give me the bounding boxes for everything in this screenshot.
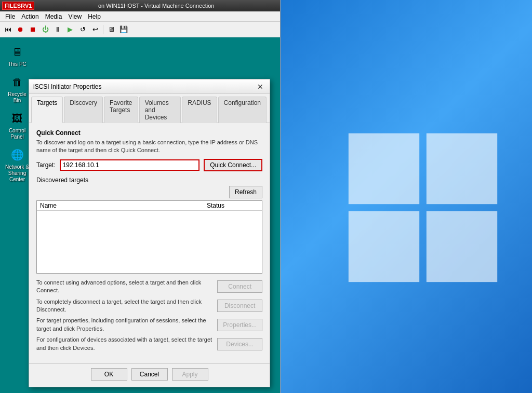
col-header-name: Name (40, 202, 207, 209)
windows-logo (345, 130, 501, 286)
toolbar-btn-pause[interactable]: ⏸ (52, 24, 63, 35)
vm-window: FILESRV1 on WIN11HOST - Virtual Machine … (0, 0, 281, 393)
svg-rect-0 (349, 133, 419, 204)
toolbar-btn-stop[interactable]: ⏹ (27, 24, 38, 35)
menu-view[interactable]: View (65, 12, 85, 21)
desktop-icon-thispc[interactable]: 🖥 This PC (3, 43, 32, 69)
svg-rect-1 (427, 133, 497, 204)
dialog-content: Quick Connect To discover and log on to … (29, 123, 270, 363)
devices-button[interactable]: Devices... (217, 338, 262, 350)
tab-discovery[interactable]: Discovery (64, 97, 103, 123)
menu-media[interactable]: Media (42, 12, 65, 21)
targets-table-header: Name Status (37, 201, 262, 211)
iscsi-dialog: iSCSI Initiator Properties ✕ Targets Dis… (29, 79, 270, 387)
disconnect-button[interactable]: Disconnect (217, 300, 262, 312)
cancel-button[interactable]: Cancel (131, 368, 168, 381)
thispc-label: This PC (8, 61, 26, 67)
thispc-icon: 🖥 (9, 44, 25, 60)
menu-help[interactable]: Help (85, 12, 104, 21)
menu-action[interactable]: Action (18, 12, 42, 21)
toolbar-btn-0[interactable]: ⏮ (2, 24, 14, 35)
tab-configuration[interactable]: Configuration (218, 97, 267, 123)
menu-file[interactable]: File (2, 12, 18, 21)
apply-button[interactable]: Apply (172, 368, 208, 381)
dialog-title: iSCSI Initiator Properties (33, 83, 255, 90)
toolbar-btn-power[interactable]: ⏻ (39, 24, 51, 35)
toolbar-btn-record[interactable]: ⏺ (15, 24, 26, 35)
recyclebin-icon: 🗑 (9, 74, 25, 90)
recyclebin-label: Recycle Bin (4, 91, 31, 104)
controlpanel-label: Control Panel (4, 128, 31, 140)
targets-table: Name Status (36, 200, 262, 274)
action-text-disconnect: To completely disconnect a target, selec… (36, 298, 213, 314)
refresh-button[interactable]: Refresh (229, 186, 262, 198)
tab-volumes-devices[interactable]: Volumes and Devices (139, 97, 181, 123)
toolbar-separator (103, 25, 103, 34)
tab-bar: Targets Discovery Favorite Targets Volum… (29, 94, 270, 123)
col-header-status: Status (207, 202, 259, 209)
dialog-close-button[interactable]: ✕ (255, 82, 265, 92)
action-text-devices: For configuration of devices associated … (36, 336, 213, 352)
toolbar: ⏮ ⏺ ⏹ ⏻ ⏸ ▶ ↺ ↩ 🖥 💾 (0, 22, 280, 37)
quick-connect-title: Quick Connect (36, 129, 262, 137)
controlpanel-icon: 🖼 (9, 110, 25, 127)
tab-favorite-targets[interactable]: Favorite Targets (104, 97, 138, 123)
network-label: Network & Sharing Center (4, 164, 31, 183)
toolbar-btn-play[interactable]: ▶ (64, 24, 76, 35)
vm-titlebar: FILESRV1 on WIN11HOST - Virtual Machine … (0, 0, 280, 11)
connect-button[interactable]: Connect (217, 280, 262, 293)
dialog-footer: OK Cancel Apply (29, 363, 270, 387)
vm-title-highlight: FILESRV1 (2, 2, 34, 10)
action-text-properties: For target properties, including configu… (36, 317, 213, 333)
action-text-connect: To connect using advanced options, selec… (36, 279, 213, 295)
refresh-row: Refresh (36, 186, 262, 198)
vm-title-suffix: on WIN11HOST - Virtual Machine Connectio… (34, 3, 278, 9)
quick-connect-button[interactable]: Quick Connect... (204, 159, 262, 171)
toolbar-btn-reset[interactable]: ↺ (77, 24, 88, 35)
target-row: Target: Quick Connect... (36, 159, 262, 171)
target-input[interactable] (60, 159, 200, 171)
properties-button[interactable]: Properties... (217, 319, 262, 331)
tab-radius[interactable]: RADIUS (182, 97, 217, 123)
action-section: To connect using advanced options, selec… (36, 279, 262, 352)
desktop-icon-controlpanel[interactable]: 🖼 Control Panel (3, 109, 32, 141)
ok-button[interactable]: OK (91, 368, 127, 381)
toolbar-btn-save[interactable]: 💾 (118, 24, 129, 35)
desktop-icon-recyclebin[interactable]: 🗑 Recycle Bin (3, 73, 32, 105)
dialog-titlebar: iSCSI Initiator Properties ✕ (29, 79, 270, 94)
targets-table-body (37, 211, 262, 273)
menubar: File Action Media View Help (0, 11, 280, 22)
discovered-label: Discovered targets (36, 177, 262, 184)
svg-rect-3 (427, 211, 497, 282)
toolbar-btn-back[interactable]: ↩ (89, 24, 101, 35)
toolbar-btn-screen[interactable]: 🖥 (105, 24, 117, 35)
target-label: Target: (36, 161, 56, 169)
tab-targets[interactable]: Targets (31, 97, 63, 123)
quick-connect-text: To discover and log on to a target using… (36, 139, 262, 155)
vm-desktop: 🖥 This PC 🗑 Recycle Bin 🖼 Control Panel … (0, 37, 280, 393)
svg-rect-2 (349, 211, 419, 282)
network-icon: 🌐 (9, 146, 25, 163)
desktop-icon-network[interactable]: 🌐 Network & Sharing Center (3, 145, 32, 184)
